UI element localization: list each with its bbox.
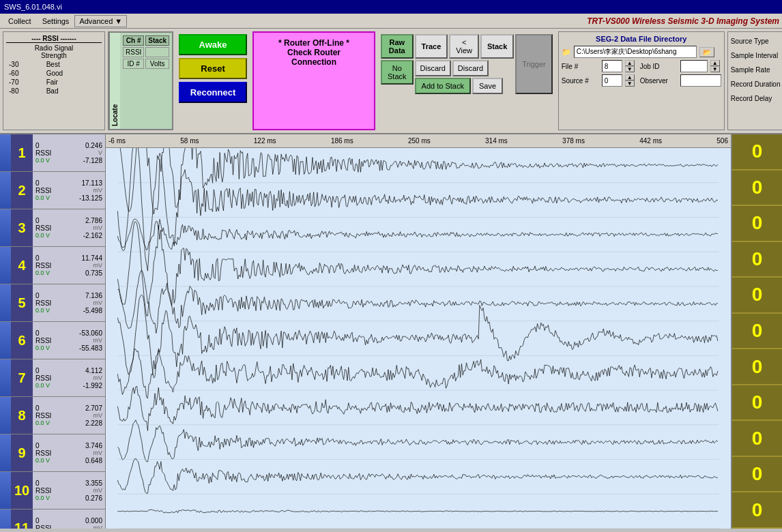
time-mark-5: 314 ms — [485, 137, 508, 145]
channel-icon-5 — [0, 322, 11, 359]
right-zero-8[interactable]: 0 — [732, 421, 782, 457]
channel-row: 2 0 17.113 RSSI mV 0.0 V -13.125 — [0, 172, 105, 209]
router-line2: Check Router — [262, 48, 366, 57]
router-line3: Connection — [262, 57, 366, 67]
jobid-label: Job ID — [640, 63, 678, 70]
jobid-down-arrow[interactable]: ▼ — [710, 66, 720, 72]
menu-settings[interactable]: Settings — [37, 16, 75, 27]
rssi-label: Strength — [6, 52, 102, 59]
right-zero-1[interactable]: 0 — [732, 171, 782, 207]
channel-icon-6 — [0, 359, 11, 396]
awake-button[interactable]: Awake — [179, 34, 247, 55]
locate-label: Locate — [109, 33, 120, 129]
seg2-path-input[interactable] — [574, 46, 697, 58]
stack-button[interactable]: Stack — [480, 34, 514, 59]
sample-interval-label: Sample Interval — [731, 52, 782, 59]
save-button[interactable]: Save — [472, 78, 503, 94]
rssi-table: -30Best -60Good -70Fair -80Bad — [6, 59, 102, 96]
view-button[interactable]: < View — [449, 34, 479, 59]
main-content: 1 0 0.246 RSSI V 0.0 V -7.128 2 0 17.113 — [0, 134, 782, 529]
right-zero-2[interactable]: 0 — [732, 206, 782, 242]
trace-button[interactable]: Trace — [415, 34, 448, 59]
channel-number-7: 8 — [11, 397, 33, 434]
locate-panel: Locate Ch # Stack RSSI ID # Volts — [108, 31, 173, 130]
channel-number-1: 2 — [11, 172, 33, 209]
channel-row: 1 0 0.246 RSSI V 0.0 V -7.128 — [0, 134, 105, 172]
right-zero-7[interactable]: 0 — [732, 385, 782, 422]
app-title: SWS_6.01.048.vi — [4, 3, 62, 11]
waveform-0 — [117, 148, 718, 214]
discard1-button[interactable]: Discard — [415, 60, 451, 76]
right-zero-4[interactable]: 0 — [732, 278, 782, 314]
jobid-row: Job ID ▲ ▼ — [640, 60, 720, 72]
right-zero-3[interactable]: 0 — [732, 242, 782, 278]
channel-data-0: 0 0.246 RSSI V 0.0 V -7.128 — [33, 141, 105, 166]
channel-data-1: 0 17.113 RSSI mV 0.0 V -13.125 — [33, 178, 105, 203]
right-zero-0[interactable]: 0 — [732, 134, 782, 171]
menu-advanced[interactable]: Advanced ▼ — [74, 15, 127, 27]
rssi-section: ---- RSSI ------- Radio Signal Strength … — [3, 31, 105, 130]
channel-row: 4 0 11.744 RSSI mV 0.0 V 0.735 — [0, 247, 105, 284]
reset-button[interactable]: Reset — [179, 58, 247, 79]
channel-number-3: 4 — [11, 247, 33, 284]
channel-row: 5 0 7.136 RSSI mV 0.0 V -5.498 — [0, 284, 105, 322]
channel-number-4: 5 — [11, 284, 33, 321]
time-mark-0: -6 ms — [108, 137, 126, 145]
source-down-arrow[interactable]: ▼ — [625, 80, 635, 87]
channel-data-6: 0 4.112 RSSI mV 0.0 V -1.992 — [33, 366, 105, 391]
time-mark-6: 378 ms — [562, 137, 585, 145]
file-down-arrow[interactable]: ▼ — [625, 66, 635, 72]
right-zero-9[interactable]: 0 — [732, 457, 782, 493]
channel-row: 6 0 -53.060 RSSI mV 0.0 V -55.483 — [0, 322, 105, 359]
jobid-up-arrow[interactable]: ▲ — [710, 60, 720, 66]
add-to-stack-button[interactable]: Add to Stack — [415, 78, 471, 94]
record-delay-row: Record Delay ms — [731, 92, 782, 104]
no-stack-button[interactable]: No Stack — [381, 60, 414, 85]
right-zero-5[interactable]: 0 — [732, 314, 782, 350]
observer-input[interactable] — [680, 74, 721, 87]
time-mark-3: 186 ms — [331, 137, 353, 145]
channel-icon-8 — [0, 434, 11, 471]
source-panel: Source Type Sample Interval ms/sample Sa… — [727, 31, 782, 130]
data-buttons-panel: Raw Data No Stack Trace < View Stack Dis… — [378, 31, 555, 130]
right-zero-6[interactable]: 0 — [732, 349, 782, 385]
sample-rate-label: Sample Rate — [731, 66, 782, 74]
source-up-arrow[interactable]: ▲ — [625, 74, 635, 80]
time-mark-7: 442 ms — [639, 137, 662, 145]
seg2-title: SEG-2 Data File Directory — [562, 35, 721, 43]
observer-label: Observer — [640, 77, 678, 85]
channel-icon-0 — [0, 134, 11, 171]
file-input[interactable] — [602, 60, 622, 72]
channel-icon-4 — [0, 284, 11, 321]
waveform-6 — [117, 349, 718, 398]
channel-data-3: 0 11.744 RSSI mV 0.0 V 0.735 — [33, 253, 105, 278]
discard2-button[interactable]: Discard — [452, 60, 489, 76]
rssi-title: ---- RSSI ------- — [6, 35, 102, 43]
channel-row: 10 0 3.355 RSSI mV 0.0 V 0.276 — [0, 472, 105, 509]
source-input[interactable] — [602, 74, 622, 87]
channel-data-9: 0 3.355 RSSI mV 0.0 V 0.276 — [33, 478, 105, 503]
right-zero-10[interactable]: 0 — [732, 492, 782, 529]
browse-button[interactable]: 📂 — [699, 47, 714, 57]
channel-icon-10 — [0, 509, 11, 529]
trigger-button[interactable]: Trigger — [515, 34, 552, 94]
raw-data-button[interactable]: Raw Data — [381, 34, 414, 59]
channel-data-4: 0 7.136 RSSI mV 0.0 V -5.498 — [33, 291, 105, 316]
rssi-subtitle: Radio Signal — [6, 44, 102, 52]
reconnect-button[interactable]: Reconnect — [179, 82, 247, 103]
channel-number-2: 3 — [11, 209, 33, 246]
channel-row: 8 0 2.707 RSSI mV 0.0 V 2.228 — [0, 397, 105, 434]
menu-collect[interactable]: Collect — [3, 16, 37, 27]
file-up-arrow[interactable]: ▲ — [625, 60, 635, 66]
channel-number-5: 6 — [11, 322, 33, 359]
waveform-4 — [117, 270, 718, 334]
channel-icon-3 — [0, 247, 11, 284]
channel-header-table: Ch # Stack RSSI ID # Volts — [121, 34, 171, 70]
channel-icon-2 — [0, 209, 11, 246]
record-delay-label: Record Delay — [731, 95, 782, 102]
right-panel: 00000000000 — [731, 134, 782, 529]
channel-number-10: 11 — [11, 509, 33, 529]
record-duration-label: Record Duration — [731, 80, 782, 88]
jobid-input[interactable] — [680, 60, 708, 72]
title-bar: SWS_6.01.048.vi — [0, 0, 782, 14]
